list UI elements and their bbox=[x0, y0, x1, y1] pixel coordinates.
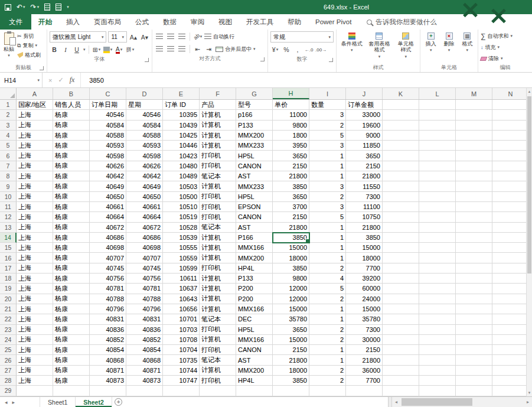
undo-button[interactable]: ↶▾ bbox=[17, 4, 25, 11]
cell[interactable]: 上海 bbox=[17, 233, 53, 243]
new-sheet-button[interactable]: + bbox=[112, 397, 125, 407]
row-header-26[interactable]: 26 bbox=[0, 355, 17, 365]
vertical-scroll-thumb[interactable] bbox=[527, 96, 531, 273]
cell[interactable]: 型号 bbox=[236, 100, 273, 110]
cell[interactable] bbox=[419, 284, 456, 294]
cell[interactable]: P200 bbox=[236, 284, 273, 294]
cell[interactable] bbox=[492, 263, 529, 273]
tab-page-layout[interactable]: 页面布局 bbox=[87, 14, 128, 30]
insert-cells-button[interactable]: + 插入 ▾ bbox=[423, 31, 439, 54]
top-align-button[interactable] bbox=[155, 31, 164, 42]
cell[interactable]: 10656 bbox=[163, 304, 200, 314]
cell[interactable] bbox=[419, 243, 456, 253]
cell[interactable]: 40672 bbox=[90, 223, 126, 233]
row-header-12[interactable]: 12 bbox=[0, 212, 17, 222]
cell[interactable] bbox=[492, 192, 529, 202]
cell[interactable]: 计算机 bbox=[200, 284, 236, 294]
cell[interactable]: 10555 bbox=[163, 243, 200, 253]
cell[interactable] bbox=[17, 386, 53, 396]
cell[interactable]: 2 bbox=[309, 294, 346, 304]
cell[interactable]: 1 bbox=[309, 171, 346, 181]
tab-home[interactable]: 开始 bbox=[31, 14, 59, 30]
select-all-button[interactable] bbox=[0, 88, 17, 99]
font-name-select[interactable]: 微软雅黑 Light▾ bbox=[50, 31, 106, 43]
cell[interactable]: 杨康 bbox=[53, 131, 90, 141]
cut-button[interactable]: ✂剪切 bbox=[17, 31, 41, 41]
column-header-H[interactable]: H bbox=[273, 88, 309, 99]
cell[interactable]: 计算机 bbox=[200, 131, 236, 141]
row-header-13[interactable]: 13 bbox=[0, 223, 17, 233]
cell[interactable]: 40642 bbox=[90, 171, 126, 181]
number-format-select[interactable]: 常规▾ bbox=[270, 31, 334, 43]
cell[interactable] bbox=[383, 202, 419, 212]
cell[interactable] bbox=[492, 100, 529, 110]
cell[interactable]: 40852 bbox=[90, 335, 126, 345]
cell[interactable] bbox=[456, 121, 492, 131]
cell[interactable]: 计算机 bbox=[200, 243, 236, 253]
cell[interactable] bbox=[383, 376, 419, 386]
increase-indent-button[interactable]: ⇥ bbox=[204, 44, 214, 54]
cell[interactable]: 上海 bbox=[17, 131, 53, 141]
cell[interactable] bbox=[383, 284, 419, 294]
cell[interactable]: 计算机 bbox=[200, 253, 236, 263]
merge-center-button[interactable]: 合并后居中▾ bbox=[216, 44, 256, 54]
cell[interactable]: HP5L bbox=[236, 325, 273, 335]
cell[interactable] bbox=[456, 355, 492, 365]
clear-button[interactable]: 清除▾ bbox=[481, 54, 530, 63]
cell[interactable]: 3 bbox=[309, 110, 346, 120]
cell[interactable]: 40649 bbox=[126, 181, 163, 191]
cell[interactable] bbox=[456, 100, 492, 110]
align-right-button[interactable] bbox=[177, 44, 187, 54]
cell[interactable]: 上海 bbox=[17, 366, 53, 376]
cell[interactable] bbox=[383, 141, 419, 151]
cell[interactable]: 1 bbox=[309, 161, 346, 171]
cell[interactable]: MMX200 bbox=[236, 366, 273, 376]
conditional-formatting-button[interactable]: 条件格式 ▾ bbox=[339, 31, 365, 54]
cell[interactable] bbox=[419, 223, 456, 233]
cell[interactable]: 40831 bbox=[90, 314, 126, 324]
name-box[interactable]: H14 ▾ bbox=[0, 73, 43, 87]
cell[interactable]: 杨康 bbox=[53, 202, 90, 212]
tell-me-search[interactable]: 告诉我你想要做什么 bbox=[367, 18, 437, 27]
cell[interactable]: 笔记本 bbox=[200, 355, 236, 365]
cell[interactable]: 3 bbox=[309, 202, 346, 212]
column-header-C[interactable]: C bbox=[90, 88, 126, 99]
cell[interactable]: 40756 bbox=[126, 273, 163, 284]
cell[interactable]: 杨康 bbox=[53, 192, 90, 202]
cell[interactable]: 2 bbox=[309, 335, 346, 345]
cell[interactable]: 计算机 bbox=[200, 181, 236, 191]
cell[interactable]: 40546 bbox=[90, 110, 126, 120]
workbook-button-1[interactable] bbox=[44, 4, 50, 11]
align-left-button[interactable] bbox=[155, 44, 164, 54]
cell[interactable]: 40642 bbox=[126, 171, 163, 181]
cell[interactable] bbox=[492, 151, 529, 161]
cell[interactable]: 3850 bbox=[346, 233, 383, 243]
cell[interactable] bbox=[492, 284, 529, 294]
cell[interactable]: 40650 bbox=[126, 192, 163, 202]
sheet-nav-left-icon[interactable]: ◂ bbox=[5, 399, 8, 405]
cell[interactable]: 40868 bbox=[90, 355, 126, 365]
cell[interactable]: 杨康 bbox=[53, 273, 90, 284]
cell[interactable]: CANON bbox=[236, 345, 273, 355]
column-header-G[interactable]: G bbox=[236, 88, 273, 99]
cell[interactable]: 2150 bbox=[273, 212, 309, 222]
cell[interactable]: AST bbox=[236, 171, 273, 181]
cell[interactable]: 数量 bbox=[309, 100, 346, 110]
cell[interactable] bbox=[419, 202, 456, 212]
cell[interactable]: 1800 bbox=[273, 131, 309, 141]
cell[interactable]: 上海 bbox=[17, 304, 53, 314]
column-header-L[interactable]: L bbox=[419, 88, 456, 99]
column-header-M[interactable]: M bbox=[456, 88, 492, 99]
cell[interactable]: 10480 bbox=[163, 161, 200, 171]
cell[interactable]: 3650 bbox=[273, 192, 309, 202]
cell[interactable]: 7300 bbox=[346, 325, 383, 335]
cell[interactable]: 40873 bbox=[126, 376, 163, 386]
cell[interactable]: 杨康 bbox=[53, 141, 90, 151]
column-header-N[interactable]: N bbox=[492, 88, 529, 99]
cell[interactable] bbox=[419, 131, 456, 141]
cell[interactable] bbox=[456, 366, 492, 376]
cell[interactable] bbox=[309, 386, 346, 396]
tab-file[interactable]: 文件 bbox=[0, 14, 31, 30]
redo-button[interactable]: ↷▾ bbox=[31, 4, 40, 11]
cell[interactable]: 21800 bbox=[346, 223, 383, 233]
